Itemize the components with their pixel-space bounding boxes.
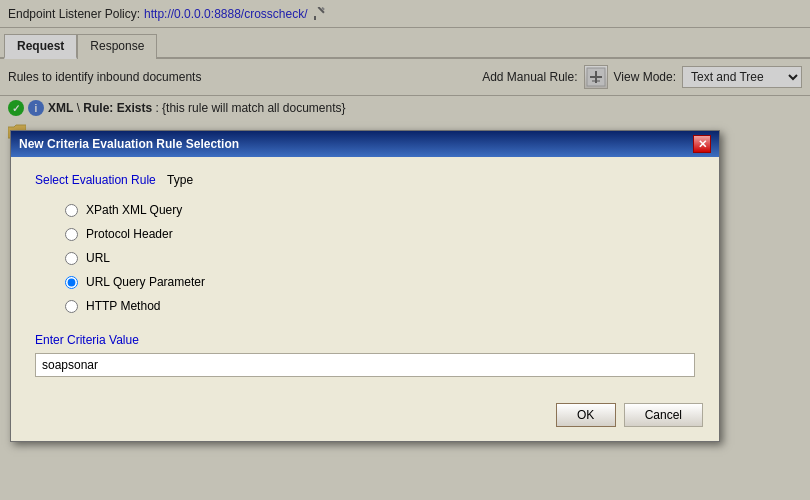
ok-button[interactable]: OK (556, 403, 616, 427)
radio-url[interactable]: URL (65, 251, 695, 265)
radio-protocol-label: Protocol Header (86, 227, 173, 241)
radio-url-input[interactable] (65, 252, 78, 265)
radio-xpath-input[interactable] (65, 204, 78, 217)
radio-xpath[interactable]: XPath XML Query (65, 203, 695, 217)
modal-close-button[interactable]: ✕ (693, 135, 711, 153)
radio-urlquery-input[interactable] (65, 276, 78, 289)
radio-http-input[interactable] (65, 300, 78, 313)
modal-dialog: New Criteria Evaluation Rule Selection ✕… (10, 130, 720, 442)
radio-urlquery-label: URL Query Parameter (86, 275, 205, 289)
radio-group: XPath XML Query Protocol Header URL URL … (35, 203, 695, 313)
radio-protocol-input[interactable] (65, 228, 78, 241)
radio-xpath-label: XPath XML Query (86, 203, 182, 217)
modal-title: New Criteria Evaluation Rule Selection (19, 137, 239, 151)
criteria-label: Enter Criteria Value (35, 333, 695, 347)
modal-footer: OK Cancel (11, 393, 719, 441)
radio-http[interactable]: HTTP Method (65, 299, 695, 313)
radio-urlquery[interactable]: URL Query Parameter (65, 275, 695, 289)
select-rule-label: Select Evaluation Rule Type (35, 173, 695, 187)
radio-url-label: URL (86, 251, 110, 265)
criteria-input[interactable] (35, 353, 695, 377)
modal-titlebar: New Criteria Evaluation Rule Selection ✕ (11, 131, 719, 157)
radio-protocol[interactable]: Protocol Header (65, 227, 695, 241)
radio-http-label: HTTP Method (86, 299, 160, 313)
main-window: Endpoint Listener Policy: http://0.0.0.0… (0, 0, 810, 500)
modal-body: Select Evaluation Rule Type XPath XML Qu… (11, 157, 719, 393)
cancel-button[interactable]: Cancel (624, 403, 703, 427)
